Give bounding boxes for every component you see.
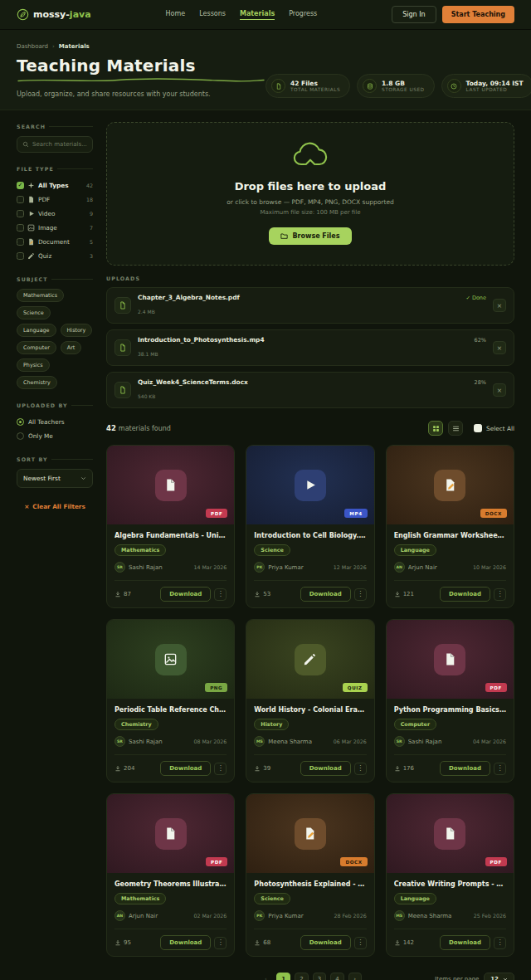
- subject-chip[interactable]: Mathematics: [114, 544, 166, 556]
- uploaded-by-radio[interactable]: Only Me: [17, 429, 93, 443]
- more-options-button[interactable]: ⋮: [214, 937, 227, 949]
- download-button[interactable]: Download: [440, 935, 490, 950]
- checkbox[interactable]: [17, 238, 24, 246]
- uploaded-by-radio[interactable]: All Teachers: [17, 415, 93, 429]
- more-options-button[interactable]: ⋮: [214, 763, 227, 775]
- material-title[interactable]: Python Programming Basics - Slides.pdf: [394, 706, 506, 714]
- download-button[interactable]: Download: [300, 761, 351, 776]
- nav-link[interactable]: Home: [166, 10, 186, 20]
- cancel-upload-button[interactable]: ×: [493, 299, 506, 312]
- download-button[interactable]: Download: [160, 587, 211, 602]
- checkbox[interactable]: [17, 224, 24, 232]
- download-button[interactable]: Download: [160, 935, 211, 950]
- search-input[interactable]: [32, 141, 87, 148]
- material-thumbnail[interactable]: PNG: [107, 620, 234, 699]
- checkbox[interactable]: [17, 252, 24, 260]
- material-title[interactable]: Algebra Fundamentals - Unit 3.pdf: [114, 532, 227, 539]
- subject-chip[interactable]: Computer: [394, 719, 436, 730]
- subject-filter-chip[interactable]: Art: [61, 341, 82, 354]
- select-all-checkbox[interactable]: [474, 424, 482, 432]
- material-thumbnail[interactable]: PDF: [107, 446, 234, 524]
- page-number-button[interactable]: 1: [276, 973, 290, 980]
- download-button[interactable]: Download: [440, 761, 490, 776]
- subject-chip[interactable]: Chemistry: [114, 719, 158, 730]
- material-title[interactable]: Periodic Table Reference Chart.png: [114, 706, 227, 714]
- file-type-filter[interactable]: All Types 42: [17, 178, 93, 193]
- download-button[interactable]: Download: [160, 761, 211, 776]
- select-all-label: Select All: [486, 425, 514, 432]
- checkbox[interactable]: [17, 196, 24, 203]
- page-number-button[interactable]: 2: [295, 973, 308, 980]
- file-type-filter[interactable]: PDF 18: [17, 193, 93, 207]
- subject-chip[interactable]: Mathematics: [114, 893, 166, 904]
- more-options-button[interactable]: ⋮: [494, 937, 506, 949]
- file-type-filter[interactable]: Video 9: [17, 207, 93, 221]
- material-thumbnail[interactable]: QUIZ: [246, 620, 373, 699]
- uploader-name: Priya Kumar: [268, 913, 330, 919]
- material-title[interactable]: Geometry Theorems Illustrated.pdf: [114, 880, 227, 888]
- upload-dropzone[interactable]: Drop files here to upload or click to br…: [106, 122, 514, 266]
- nav-link[interactable]: Materials: [240, 10, 275, 20]
- subject-chip[interactable]: Language: [394, 893, 436, 904]
- file-type-filter[interactable]: Document 5: [17, 235, 93, 249]
- subject-chip[interactable]: Language: [394, 544, 436, 556]
- file-icon: [114, 297, 131, 314]
- prev-page-button[interactable]: ‹: [259, 973, 272, 980]
- subject-filter-chip[interactable]: Computer: [17, 341, 56, 354]
- download-button[interactable]: Download: [300, 935, 351, 950]
- subject-filter-chip[interactable]: Chemistry: [17, 376, 57, 389]
- file-type-filter[interactable]: Image 7: [17, 221, 93, 235]
- file-type-filter[interactable]: Quiz 3: [17, 249, 93, 263]
- clear-all-filters-button[interactable]: × Clear All Filters: [24, 503, 85, 510]
- select-all-control[interactable]: Select All: [474, 424, 514, 432]
- subject-chip[interactable]: Science: [254, 893, 290, 904]
- more-options-button[interactable]: ⋮: [354, 588, 367, 601]
- material-thumbnail[interactable]: DOCX: [246, 794, 373, 873]
- list-view-button[interactable]: [448, 421, 463, 436]
- radio-button[interactable]: [17, 432, 24, 440]
- material-thumbnail[interactable]: MP4: [246, 446, 373, 524]
- radio-button[interactable]: [17, 418, 24, 426]
- checkbox[interactable]: [17, 210, 24, 217]
- breadcrumb-parent[interactable]: Dashboard: [17, 43, 48, 50]
- more-options-button[interactable]: ⋮: [494, 588, 506, 601]
- cancel-upload-button[interactable]: ×: [493, 341, 506, 354]
- material-thumbnail[interactable]: PDF: [387, 794, 514, 873]
- next-page-button[interactable]: ›: [348, 973, 362, 980]
- subject-chip[interactable]: History: [254, 719, 289, 730]
- subject-filter-chip[interactable]: Science: [17, 306, 51, 319]
- material-thumbnail[interactable]: DOCX: [387, 446, 514, 524]
- material-title[interactable]: Introduction to Cell Biology.mp4: [254, 532, 366, 539]
- download-button[interactable]: Download: [440, 587, 490, 602]
- material-title[interactable]: English Grammar Worksheet - Tenses.docx: [394, 532, 506, 539]
- subject-filter-chip[interactable]: Language: [17, 324, 56, 337]
- subject-filter-chip[interactable]: Physics: [17, 358, 50, 372]
- browse-files-button[interactable]: Browse Files: [269, 227, 351, 245]
- start-teaching-button[interactable]: Start Teaching: [442, 6, 514, 23]
- subject-chip[interactable]: Science: [254, 544, 290, 556]
- grid-view-button[interactable]: [428, 421, 443, 436]
- subject-filter-chip[interactable]: History: [61, 324, 93, 337]
- sign-in-button[interactable]: Sign In: [392, 6, 436, 23]
- more-options-button[interactable]: ⋮: [494, 763, 506, 775]
- page-number-button[interactable]: 3: [313, 973, 326, 980]
- material-title[interactable]: Photosynthesis Explained - Lab Notes.doc…: [254, 880, 366, 888]
- cancel-upload-button[interactable]: ×: [493, 383, 506, 397]
- material-title[interactable]: Creative Writing Prompts - Grade 8.pdf: [394, 880, 506, 888]
- brand-logo[interactable]: mossy-java: [17, 8, 91, 21]
- more-options-button[interactable]: ⋮: [354, 763, 367, 775]
- material-thumbnail[interactable]: PDF: [387, 620, 514, 699]
- download-button[interactable]: Download: [300, 587, 351, 602]
- subject-filter-chip[interactable]: Mathematics: [17, 289, 64, 302]
- stat-pill: Today, 09:14 IST LAST UPDATED: [441, 74, 531, 98]
- sort-select[interactable]: Newest First: [17, 469, 93, 488]
- page-number-button[interactable]: 4: [330, 973, 343, 980]
- material-thumbnail[interactable]: PDF: [107, 794, 234, 873]
- more-options-button[interactable]: ⋮: [354, 937, 367, 949]
- checkbox[interactable]: [17, 182, 24, 189]
- items-per-page-select[interactable]: 12: [484, 973, 514, 980]
- nav-link[interactable]: Lessons: [199, 10, 226, 20]
- more-options-button[interactable]: ⋮: [214, 588, 227, 601]
- material-title[interactable]: World History - Colonial Era Quiz.json: [254, 706, 366, 714]
- nav-link[interactable]: Progress: [289, 10, 317, 20]
